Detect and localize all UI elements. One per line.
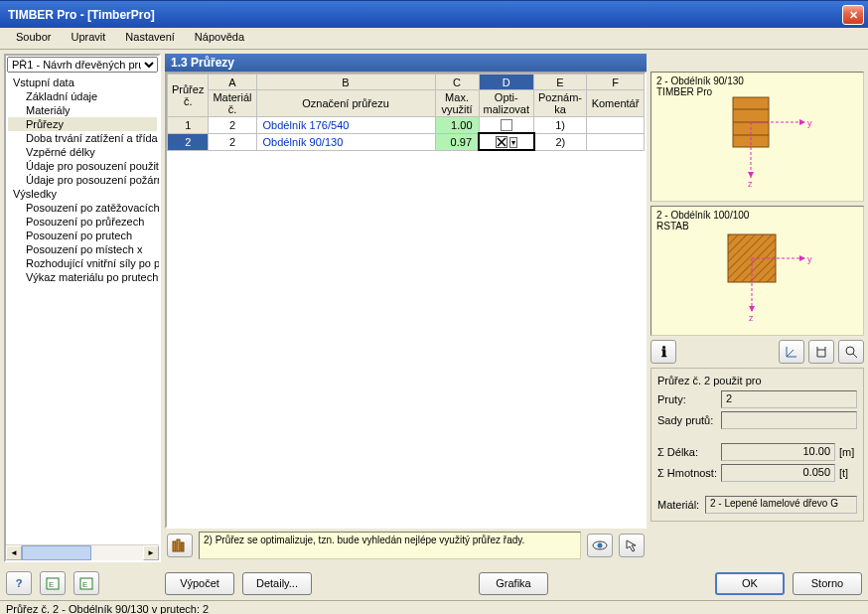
info-button[interactable]: ℹ bbox=[651, 340, 676, 364]
sidebar: PŘ1 - Návrh dřevěných prutů Vstupní data… bbox=[4, 54, 161, 562]
menu-napoveda[interactable]: Nápověda bbox=[185, 28, 254, 49]
section-table[interactable]: Průřez č. A B C D E F Materiál č. Označe… bbox=[167, 74, 645, 151]
hint-row: 2) Průřez se optimalizuje, tzn. bude vyh… bbox=[165, 529, 647, 562]
vypocet-button[interactable]: Výpočet bbox=[165, 572, 234, 595]
lbl-sdelka: Σ Délka: bbox=[657, 446, 721, 458]
unit-sdelka: [m] bbox=[835, 446, 857, 458]
excel-export-button[interactable]: E bbox=[40, 571, 66, 595]
col-e[interactable]: E bbox=[534, 75, 587, 90]
svg-rect-2 bbox=[173, 541, 176, 551]
unit-shmot: [t] bbox=[835, 467, 857, 479]
cell-desc[interactable]: Obdélník 90/130 bbox=[256, 133, 435, 150]
tree-pouzitelnost[interactable]: Údaje pro posouzení použitelno bbox=[8, 159, 157, 173]
cell-comment[interactable] bbox=[587, 133, 645, 150]
ok-button[interactable]: OK bbox=[715, 572, 785, 595]
cell-note[interactable]: 1) bbox=[534, 117, 587, 134]
excel-import-button[interactable]: E bbox=[73, 571, 99, 595]
svg-text:z: z bbox=[748, 179, 753, 189]
cell-opt[interactable]: ▾ bbox=[479, 133, 533, 150]
col-f[interactable]: F bbox=[587, 75, 645, 90]
hdr-material: Materiál č. bbox=[209, 90, 256, 117]
preview-toolbar: ℹ bbox=[651, 340, 864, 364]
val-material[interactable]: 2 - Lepené lamelové dřevo G bbox=[705, 496, 857, 514]
col-a[interactable]: A bbox=[209, 75, 256, 90]
tree-pos-zatez[interactable]: Posouzení po zatěžovacích sta bbox=[8, 201, 157, 215]
svg-text:z: z bbox=[749, 313, 754, 323]
help-button[interactable]: ? bbox=[6, 571, 32, 595]
center-panel: 1.3 Průřezy Průřez č. A B C D E F Materi… bbox=[165, 54, 647, 562]
tree-materialy[interactable]: Materiály bbox=[8, 103, 157, 117]
cell-desc[interactable]: Obdélník 176/540 bbox=[256, 117, 435, 134]
col-b[interactable]: B bbox=[256, 75, 435, 90]
menu-nastaveni[interactable]: Nastavení bbox=[115, 28, 185, 49]
view-button[interactable] bbox=[838, 340, 864, 364]
svg-line-27 bbox=[853, 354, 857, 358]
svg-rect-3 bbox=[177, 539, 180, 551]
section-lib-button[interactable] bbox=[808, 340, 834, 364]
right-panel: 2 - Obdélník 90/130 TIMBER Pro y z 2 - O… bbox=[651, 54, 864, 562]
svg-marker-25 bbox=[749, 306, 755, 312]
tree-pos-mista[interactable]: Posouzení po místech x bbox=[8, 242, 157, 256]
scroll-thumb[interactable] bbox=[22, 545, 91, 560]
axes-button[interactable] bbox=[779, 340, 804, 364]
titlebar: TIMBER Pro - [TimberPro] ✕ bbox=[0, 0, 868, 28]
dropdown-icon[interactable]: ▾ bbox=[509, 137, 517, 148]
val-pruty[interactable]: 2 bbox=[721, 390, 857, 408]
svg-marker-15 bbox=[799, 119, 805, 125]
cell-comment[interactable] bbox=[587, 117, 645, 134]
cell-mat[interactable]: 2 bbox=[209, 117, 256, 134]
cell-opt[interactable] bbox=[479, 117, 533, 134]
tree-group-vysledky[interactable]: Výsledky bbox=[8, 187, 157, 201]
cell-usage[interactable]: 1.00 bbox=[435, 117, 479, 134]
grafika-button[interactable]: Grafika bbox=[479, 572, 548, 595]
tree-vykaz[interactable]: Výkaz materiálu po prutech bbox=[8, 270, 157, 284]
menu-soubor[interactable]: Soubor bbox=[6, 28, 61, 49]
tree-pos-prurez[interactable]: Posouzení po průřezech bbox=[8, 215, 157, 229]
col-c[interactable]: C bbox=[435, 75, 479, 90]
cell-mat[interactable]: 2 bbox=[209, 133, 256, 150]
svg-point-6 bbox=[598, 543, 603, 548]
case-combo[interactable]: PŘ1 - Návrh dřevěných prutů bbox=[7, 57, 158, 73]
section-shape-1-icon: y z bbox=[688, 82, 827, 192]
close-button[interactable]: ✕ bbox=[842, 5, 864, 25]
table-wrap: Průřez č. A B C D E F Materiál č. Označe… bbox=[165, 72, 647, 529]
tree-vzperne[interactable]: Vzpěrné délky bbox=[8, 145, 157, 159]
hdr-max: Max. využití bbox=[435, 90, 479, 117]
table-row[interactable]: 1 2 Obdélník 176/540 1.00 1) bbox=[168, 117, 645, 134]
lbl-sady: Sady prutů: bbox=[657, 414, 721, 426]
tree-doba[interactable]: Doba trvání zatížení a třída pro bbox=[8, 131, 157, 145]
tree-prurezy[interactable]: Průřezy bbox=[8, 117, 157, 131]
detaily-button[interactable]: Detaily... bbox=[242, 572, 312, 595]
library-button[interactable] bbox=[167, 534, 193, 557]
table-row[interactable]: 2 2 Obdélník 90/130 0.97 ▾ 2) bbox=[168, 133, 645, 150]
svg-point-26 bbox=[846, 347, 854, 355]
pick-button[interactable] bbox=[619, 534, 645, 557]
val-shmot: 0.050 bbox=[721, 464, 835, 482]
hdr-komentar: Komentář bbox=[587, 90, 645, 117]
col-d[interactable]: D bbox=[479, 75, 533, 90]
tree-rozhod[interactable]: Rozhodující vnitřní síly po prute bbox=[8, 256, 157, 270]
tree-pos-prut[interactable]: Posouzení po prutech bbox=[8, 229, 157, 242]
svg-rect-4 bbox=[181, 542, 184, 551]
tree-zakladni[interactable]: Základní údaje bbox=[8, 89, 157, 103]
sidebar-hscroll[interactable]: ◄ ► bbox=[6, 544, 159, 560]
svg-text:E: E bbox=[82, 580, 87, 589]
row-num-1[interactable]: 1 bbox=[168, 117, 209, 134]
menu-upravit[interactable]: Upravit bbox=[61, 28, 115, 49]
val-sady[interactable] bbox=[721, 411, 857, 429]
window-title: TIMBER Pro - [TimberPro] bbox=[4, 8, 842, 22]
row-num-2[interactable]: 2 bbox=[168, 133, 209, 150]
scroll-right-icon[interactable]: ► bbox=[143, 545, 159, 560]
statusbar: Průřez č. 2 - Obdélník 90/130 v prutech:… bbox=[0, 600, 868, 614]
tree-group-vstupni[interactable]: Vstupní data bbox=[8, 76, 157, 89]
cell-usage[interactable]: 0.97 bbox=[435, 133, 479, 150]
val-sdelka: 10.00 bbox=[721, 443, 835, 461]
hint-text: 2) Průřez se optimalizuje, tzn. bude vyh… bbox=[199, 532, 581, 559]
tree-pozarni[interactable]: Údaje pro posouzení požární oc bbox=[8, 173, 157, 187]
cell-note[interactable]: 2) bbox=[534, 133, 587, 150]
view-button[interactable] bbox=[587, 534, 613, 557]
hdr-poznamka: Poznám- ka bbox=[534, 90, 587, 117]
storno-button[interactable]: Storno bbox=[793, 572, 862, 595]
svg-text:y: y bbox=[807, 118, 812, 128]
scroll-left-icon[interactable]: ◄ bbox=[6, 545, 22, 560]
